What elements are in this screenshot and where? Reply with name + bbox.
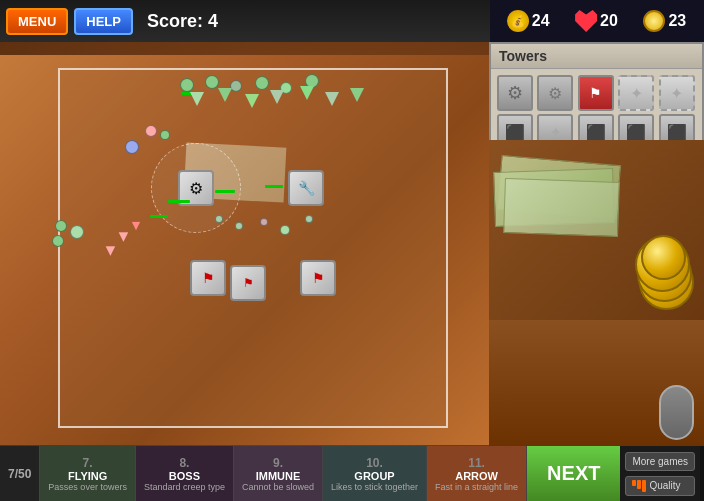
quality-button[interactable]: Quality	[625, 476, 695, 496]
bottom-right-buttons: More games Quality	[620, 446, 700, 501]
enemy-small	[260, 218, 268, 226]
heart-value: 20	[600, 12, 618, 30]
placed-tower-2[interactable]: 🔧	[288, 170, 324, 206]
wave-num-8: 8.	[179, 456, 189, 470]
resource-bar: 💰 24 20 23	[489, 0, 704, 42]
desk-items	[489, 140, 704, 320]
heart-icon	[575, 10, 597, 32]
enemy	[205, 75, 219, 89]
play-field: ⚙ 🔧 ⚑ ⚑ ⚑	[58, 68, 448, 428]
wave-item-boss[interactable]: 8. BOSS Standard creep type	[136, 446, 234, 501]
coin-resource: 23	[643, 10, 686, 32]
right-scroll-area	[489, 320, 704, 450]
wave-num-7: 7.	[83, 456, 93, 470]
tower-btn-2[interactable]: ⚙	[537, 75, 573, 111]
gold-resource: 💰 24	[507, 10, 550, 32]
tower-btn-3[interactable]: ⚑	[578, 75, 614, 111]
game-container: ⚙ 🔧 ⚑ ⚑ ⚑	[0, 0, 704, 501]
wave-name-immune: IMMUNE	[256, 470, 301, 482]
enemy	[55, 220, 67, 232]
placed-tower-4[interactable]: ⚑	[230, 265, 266, 301]
quality-bar-2	[637, 480, 641, 489]
placed-tower-3[interactable]: ⚑	[190, 260, 226, 296]
wave-name-arrow: ARROW	[455, 470, 498, 482]
quality-label: Quality	[649, 480, 680, 491]
scroll-device	[659, 385, 694, 440]
wave-num-9: 9.	[273, 456, 283, 470]
money-note	[503, 178, 620, 237]
enemy	[52, 235, 64, 247]
gold-icon: 💰	[507, 10, 529, 32]
enemy-flying	[325, 92, 339, 106]
coin-value: 23	[668, 12, 686, 30]
wave-desc-group: Likes to stick together	[331, 482, 418, 492]
wave-num-10: 10.	[366, 456, 383, 470]
menu-button[interactable]: MENU	[6, 8, 68, 35]
enemy	[125, 140, 139, 154]
more-games-button[interactable]: More games	[625, 452, 695, 471]
wave-item-flying[interactable]: 7. FLYING Passes over towers	[40, 446, 136, 501]
enemy	[160, 130, 170, 140]
wave-name-group: GROUP	[354, 470, 394, 482]
wave-name-boss: BOSS	[169, 470, 200, 482]
wave-counter: 7/50	[0, 446, 40, 501]
wave-desc-immune: Cannot be slowed	[242, 482, 314, 492]
wave-item-immune[interactable]: 9. IMMUNE Cannot be slowed	[234, 446, 323, 501]
enemy	[255, 76, 269, 90]
tower-range-1	[151, 143, 241, 233]
towers-title: Towers	[491, 44, 702, 69]
enemy-flying	[350, 88, 364, 102]
wave-item-arrow[interactable]: 11. ARROW Fast in a straight line	[427, 446, 527, 501]
enemy-small	[215, 215, 223, 223]
projectile	[150, 215, 168, 218]
enemy-small	[280, 225, 290, 235]
projectile	[265, 185, 283, 188]
enemy-small	[305, 215, 313, 223]
wave-desc-arrow: Fast in a straight line	[435, 482, 518, 492]
quality-bar-1	[632, 480, 636, 486]
enemy-arrow: ◄	[127, 219, 143, 233]
enemy-flying	[190, 92, 204, 106]
projectile	[215, 190, 235, 193]
help-button[interactable]: HELP	[74, 8, 133, 35]
quality-bars	[632, 480, 646, 492]
heart-resource: 20	[575, 10, 618, 32]
enemy	[180, 78, 194, 92]
score-display: Score: 4	[147, 11, 218, 32]
coins-pile	[614, 230, 694, 310]
wave-num-11: 11.	[468, 456, 485, 470]
gold-value: 24	[532, 12, 550, 30]
placed-tower-5[interactable]: ⚑	[300, 260, 336, 296]
tower-btn-1[interactable]: ⚙	[497, 75, 533, 111]
quality-bar-3	[642, 480, 646, 492]
enemy-flying	[300, 86, 314, 100]
bottom-bar: 7/50 7. FLYING Passes over towers 8. BOS…	[0, 446, 704, 501]
enemy-flying	[245, 94, 259, 108]
enemy-arrow: ◄	[101, 243, 119, 259]
enemy	[70, 225, 84, 239]
enemy-flying	[270, 90, 284, 104]
tower-btn-4[interactable]: ✦	[618, 75, 654, 111]
right-panel: 💰 24 20 23 Towers ⚙ ⚙	[489, 0, 704, 501]
top-bar: MENU HELP Score: 4	[0, 0, 490, 42]
coin-icon	[643, 10, 665, 32]
enemy	[145, 125, 157, 137]
wave-item-group[interactable]: 10. GROUP Likes to stick together	[323, 446, 427, 501]
wave-desc-boss: Standard creep type	[144, 482, 225, 492]
tower-btn-5[interactable]: ✦	[659, 75, 695, 111]
enemy-small	[235, 222, 243, 230]
wave-name-flying: FLYING	[68, 470, 107, 482]
next-button[interactable]: NEXT	[527, 446, 620, 501]
enemy-flying	[218, 88, 232, 102]
coin-4	[641, 235, 686, 280]
wave-desc-flying: Passes over towers	[48, 482, 127, 492]
projectile	[168, 200, 190, 203]
